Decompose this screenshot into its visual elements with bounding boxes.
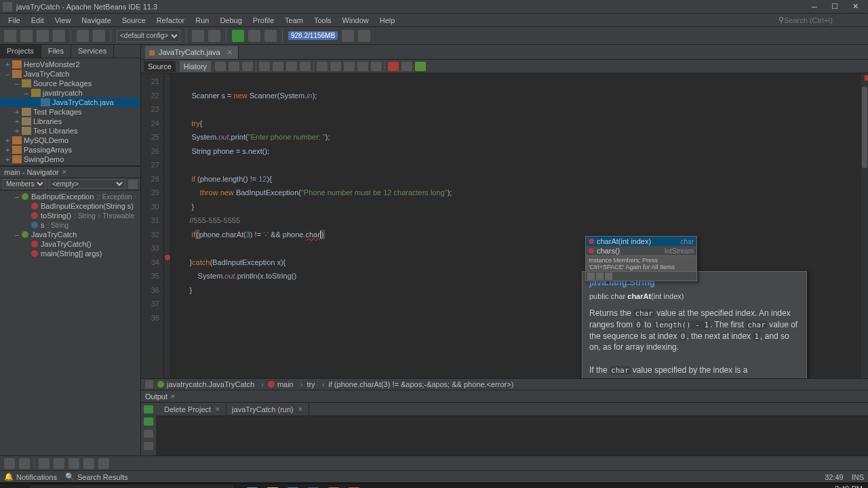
navigator-item[interactable]: toString(): String ↑ Throwable (0, 211, 140, 220)
editor-tb-btn[interactable] (273, 62, 283, 71)
tab-projects[interactable]: Projects (0, 45, 41, 58)
autocomplete-item[interactable]: charAt(int index) char (586, 237, 696, 246)
ac-nav-back-icon[interactable] (587, 272, 595, 280)
save-all-button[interactable] (53, 30, 65, 42)
mode-history[interactable]: History (180, 61, 211, 72)
menu-profile[interactable]: Profile (248, 15, 279, 26)
taskbar-app[interactable] (283, 485, 302, 489)
navigator-item[interactable]: main(String[] args) (0, 249, 140, 258)
new-project-button[interactable] (20, 30, 33, 42)
taskbar-app[interactable] (304, 485, 323, 489)
menu-team[interactable]: Team (279, 15, 309, 26)
editor-tb-btn[interactable] (371, 62, 382, 71)
extra-button[interactable] (358, 30, 370, 42)
navigator-item[interactable]: JavaTryCatch() (0, 239, 140, 249)
menu-navigate[interactable]: Navigate (76, 15, 116, 26)
editor-tb-btn[interactable] (300, 62, 311, 71)
editor-tb-btn[interactable] (357, 62, 368, 71)
crumb-seg[interactable]: try (307, 380, 328, 388)
members-icon[interactable] (145, 380, 153, 388)
memory-indicator[interactable]: 928.2/1156MB (288, 31, 338, 40)
tree-item[interactable]: +Test Packages (0, 107, 140, 117)
taskbar-app[interactable] (263, 485, 282, 489)
menu-file[interactable]: File (3, 15, 26, 26)
menu-source[interactable]: Source (117, 15, 151, 26)
menu-edit[interactable]: Edit (26, 15, 50, 26)
editor-tab-file[interactable]: JavaTryCatch.java ✕ (145, 46, 239, 59)
status-btn[interactable] (83, 458, 94, 469)
status-btn[interactable] (39, 458, 50, 469)
menu-window[interactable]: Window (337, 15, 374, 26)
undo-button[interactable] (77, 30, 89, 42)
debug-button[interactable] (248, 30, 260, 42)
maximize-button[interactable]: ☐ (825, 1, 845, 13)
rerun-icon[interactable] (144, 405, 153, 413)
editor-tb-btn[interactable] (344, 62, 355, 71)
redo-button[interactable] (93, 30, 105, 42)
tree-item[interactable]: –JavaTryCatch (0, 69, 140, 79)
status-btn[interactable] (19, 458, 30, 469)
tree-item[interactable]: –javatrycatch (0, 88, 140, 98)
tree-item[interactable]: +HeroVsMonster2 (0, 60, 140, 69)
taskbar-app[interactable] (324, 485, 343, 489)
output-close-icon[interactable]: ✕ (170, 393, 176, 400)
navigator-item[interactable]: s: String (0, 220, 140, 230)
rerun-debug-icon[interactable] (144, 418, 153, 426)
tree-item[interactable]: –Source Packages (0, 79, 140, 88)
menu-debug[interactable]: Debug (214, 15, 247, 26)
start-button[interactable] (0, 483, 27, 488)
editor-tb-btn[interactable] (259, 62, 270, 71)
tree-item[interactable]: JavaTryCatch.java (0, 98, 140, 107)
navigator-item[interactable]: –BadInputException:: Exception (0, 192, 140, 201)
editor-tb-btn[interactable] (286, 62, 297, 71)
system-tray[interactable]: ˆ ☁ 📶 🔊 2:49 PM 2/22/2021 (777, 485, 868, 488)
menu-run[interactable]: Run (190, 15, 214, 26)
tree-item[interactable]: +Libraries (0, 117, 140, 126)
tree-item[interactable]: +PassingArrays (0, 145, 140, 155)
taskbar-app[interactable] (344, 485, 363, 489)
build-button[interactable] (192, 30, 204, 42)
close-button[interactable]: ✕ (845, 1, 865, 13)
editor-tb-btn[interactable] (330, 62, 341, 71)
mode-source[interactable]: Source (144, 61, 176, 72)
menu-help[interactable]: Help (374, 15, 401, 26)
error-stripe-marker[interactable] (865, 75, 868, 81)
clean-build-button[interactable] (208, 30, 220, 42)
crumb-seg[interactable]: main (268, 380, 307, 388)
settings-icon[interactable] (144, 442, 153, 450)
status-btn[interactable] (98, 458, 109, 469)
filter-dropdown[interactable]: <empty> (49, 179, 125, 189)
status-btn[interactable] (68, 458, 79, 469)
run-button[interactable] (232, 30, 244, 42)
code-editor[interactable]: 21 22 23 24 25 26 27 28 29 30 31 32 33 3… (141, 73, 868, 378)
crumb-seg[interactable]: javatrycatch.JavaTryCatch (157, 380, 268, 388)
status-btn[interactable] (4, 458, 15, 469)
projects-tree[interactable]: +HeroVsMonster2–JavaTryCatch–Source Pack… (0, 58, 140, 166)
new-file-button[interactable] (4, 30, 16, 42)
editor-tb-btn[interactable] (242, 62, 253, 71)
editor-tb-btn[interactable] (401, 62, 412, 71)
quick-search-input[interactable] (784, 16, 865, 24)
profile-button[interactable] (264, 30, 277, 42)
search-results-button[interactable]: 🔍 Search Results (65, 472, 128, 481)
menu-view[interactable]: View (50, 15, 77, 26)
tab-services[interactable]: Services (71, 45, 114, 58)
tree-item[interactable]: +Test Libraries (0, 126, 140, 136)
output-tab[interactable]: Delete Project✕ (159, 403, 226, 415)
ac-nav-fwd-icon[interactable] (596, 272, 604, 280)
quick-search[interactable]: ⚲ (778, 16, 865, 24)
output-tab[interactable]: javaTryCatch (run)✕ (226, 403, 309, 415)
navigator-tree[interactable]: –BadInputException:: Exception BadInputE… (0, 190, 140, 455)
output-body[interactable] (156, 416, 868, 455)
close-tab-icon[interactable]: ✕ (226, 48, 233, 56)
taskbar-search[interactable]: ⚲ (30, 485, 233, 489)
editor-tb-btn[interactable] (415, 62, 426, 71)
navigator-item[interactable]: BadInputException(String s) (0, 201, 140, 211)
tab-files[interactable]: Files (41, 45, 71, 58)
autocomplete-item[interactable]: chars() IntStream (586, 246, 696, 256)
status-btn[interactable] (54, 458, 64, 469)
navigator-item[interactable]: –JavaTryCatch (0, 230, 140, 239)
open-button[interactable] (37, 30, 49, 42)
navigator-close-icon[interactable]: ✕ (62, 169, 67, 176)
members-dropdown[interactable]: Members (3, 179, 46, 189)
